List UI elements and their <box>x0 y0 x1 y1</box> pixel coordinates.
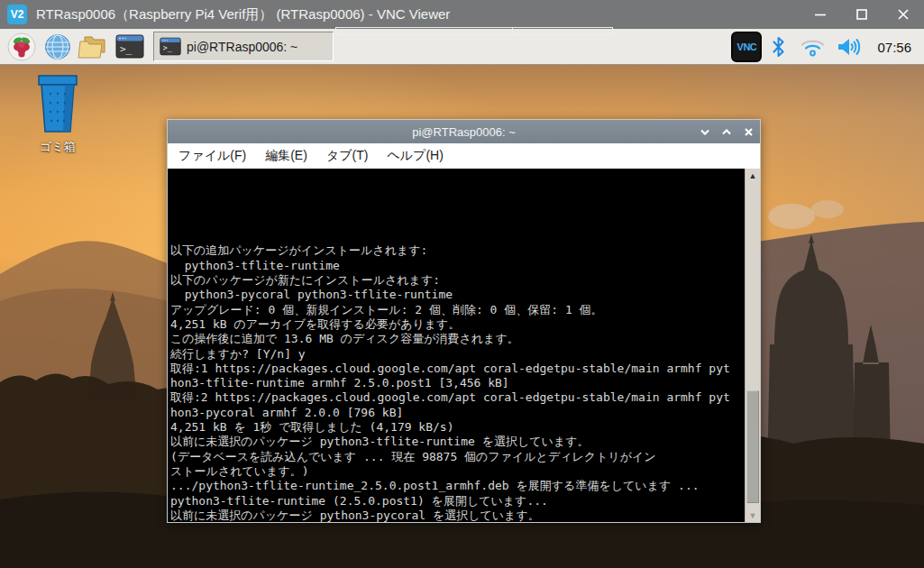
minimize-button[interactable] <box>800 0 841 29</box>
terminal-line: python3-tflite-runtime (2.5.0.post1) を展開… <box>170 494 745 508</box>
svg-text:>_: >_ <box>163 43 172 52</box>
chevron-down-icon <box>700 129 709 135</box>
close-icon <box>898 9 909 20</box>
speaker-icon <box>837 37 862 57</box>
taskbar-window-label: pi@RTRasp0006: ~ <box>187 40 297 54</box>
terminal-launcher-button[interactable]: >_ <box>112 31 148 63</box>
vnc-viewer-logo-icon: V2 <box>7 5 27 24</box>
terminal-menu-item[interactable]: タブ(T) <box>325 146 371 166</box>
globe-icon <box>43 32 72 61</box>
chevron-up-icon <box>722 129 731 135</box>
terminal-menu-item[interactable]: 編集(E) <box>263 146 309 166</box>
scrollbar-thumb[interactable] <box>746 390 759 503</box>
terminal-line: 4,251 kB を 1秒 で取得しました (4,179 kB/s) <box>170 420 745 435</box>
web-browser-button[interactable] <box>40 31 76 63</box>
terminal-output: 以下の追加パッケージがインストールされます: python3-tflite-ru… <box>170 170 745 522</box>
terminal-close-button[interactable] <box>742 125 755 138</box>
minimize-icon <box>815 9 826 20</box>
terminal-menubar: ファイル(F)編集(E)タブ(T)ヘルプ(H) <box>168 143 760 169</box>
close-icon <box>745 128 753 136</box>
terminal-body[interactable]: 以下の追加パッケージがインストールされます: python3-tflite-ru… <box>168 169 760 522</box>
terminal-line: hon3-tflite-runtime armhf 2.5.0.post1 [3… <box>170 376 745 390</box>
volume-tray-button[interactable] <box>830 29 868 65</box>
svg-text:>_: >_ <box>120 43 133 55</box>
terminal-line: 取得:2 https://packages.cloud.google.com/a… <box>170 390 745 405</box>
maximize-button[interactable] <box>841 0 883 29</box>
raspberry-pi-icon <box>7 32 36 61</box>
terminal-line: ストールされています。) <box>170 464 745 479</box>
window-title: RTRasp0006（Raspberry Pi4 Verif用） (RTRasp… <box>36 6 450 23</box>
terminal-titlebar[interactable]: pi@RTRasp0006: ~ <box>168 120 760 143</box>
app-menu-button[interactable] <box>4 31 40 63</box>
terminal-line: 以前に未選択のパッケージ python3-pycoral を選択しています。 <box>170 508 745 522</box>
wifi-icon <box>800 38 825 57</box>
terminal-line: 取得:1 https://packages.cloud.google.com/a… <box>170 362 745 376</box>
terminal-icon: >_ <box>115 34 144 59</box>
terminal-menu-item[interactable]: ファイル(F) <box>177 146 248 166</box>
terminal-window: pi@RTRasp0006: ~ ファイル(F)編集(E)タブ(T)ヘルプ(H) <box>167 119 761 523</box>
stray-window-outline <box>512 27 613 35</box>
terminal-lines: 以下の追加パッケージがインストールされます: python3-tflite-ru… <box>170 200 745 522</box>
terminal-menu-item[interactable]: ヘルプ(H) <box>385 146 444 166</box>
terminal-line: 以下のパッケージが新たにインストールされます: <box>170 273 745 288</box>
terminal-line: 続行しますか? [Y/n] y <box>170 347 745 362</box>
trash-label: ゴミ箱 <box>13 139 103 155</box>
maximize-icon <box>856 9 867 20</box>
terminal-icon: >_ <box>160 37 181 56</box>
terminal-minimize-button[interactable] <box>699 125 711 138</box>
terminal-line: python3-pycoral python3-tflite-runtime <box>170 288 745 302</box>
file-manager-button[interactable] <box>76 31 112 63</box>
terminal-line: アップグレード: 0 個、新規インストール: 2 個、削除: 0 個、保留: 1… <box>170 303 745 317</box>
system-tray: VNC 07:56 <box>731 29 919 65</box>
terminal-line: 以下の追加パッケージがインストールされます: <box>170 243 745 258</box>
close-button[interactable] <box>883 0 924 29</box>
terminal-scrollbar[interactable]: ▲ ▼ <box>745 169 760 522</box>
scroll-up-button[interactable]: ▲ <box>746 169 760 182</box>
bluetooth-icon <box>772 37 785 57</box>
scroll-down-button[interactable]: ▼ <box>746 508 760 522</box>
terminal-maximize-button[interactable] <box>720 125 733 138</box>
vnc-tray-label: VNC <box>737 41 757 52</box>
folder-icon <box>78 34 110 60</box>
clock: 07:56 <box>877 40 911 55</box>
terminal-title: pi@RTRasp0006: ~ <box>412 125 516 139</box>
terminal-line: 以前に未選択のパッケージ python3-tflite-runtime を選択し… <box>170 435 745 449</box>
terminal-line: 4,251 kB のアーカイブを取得する必要があります。 <box>170 317 745 332</box>
terminal-line: この操作後に追加で 13.6 MB のディスク容量が消費されます。 <box>170 332 745 346</box>
remote-desktop: ゴミ箱 pi@RTRasp0006: ~ ファイル(F)編集(E)タブ(T)ヘル… <box>0 65 924 568</box>
terminal-line: python3-tflite-runtime <box>170 259 745 273</box>
trash-desktop-icon[interactable]: ゴミ箱 <box>13 74 103 155</box>
terminal-line: (データベースを読み込んでいます ... 現在 98875 個のファイルとディレ… <box>170 450 745 464</box>
bluetooth-tray-button[interactable] <box>762 29 794 65</box>
terminal-line: hon3-pycoral armhf 2.0.0 [796 kB] <box>170 406 745 420</box>
trash-can-icon <box>33 74 82 133</box>
stray-window-outline <box>335 27 513 35</box>
vnc-viewer-titlebar: V2 RTRasp0006（Raspberry Pi4 Verif用） (RTR… <box>0 0 924 29</box>
taskbar-window-button[interactable]: >_ pi@RTRasp0006: ~ <box>153 32 334 61</box>
wifi-tray-button[interactable] <box>794 29 830 65</box>
terminal-line: .../python3-tflite-runtime_2.5.0.post1_a… <box>170 479 745 493</box>
vnc-server-tray-icon[interactable]: VNC <box>731 32 762 62</box>
